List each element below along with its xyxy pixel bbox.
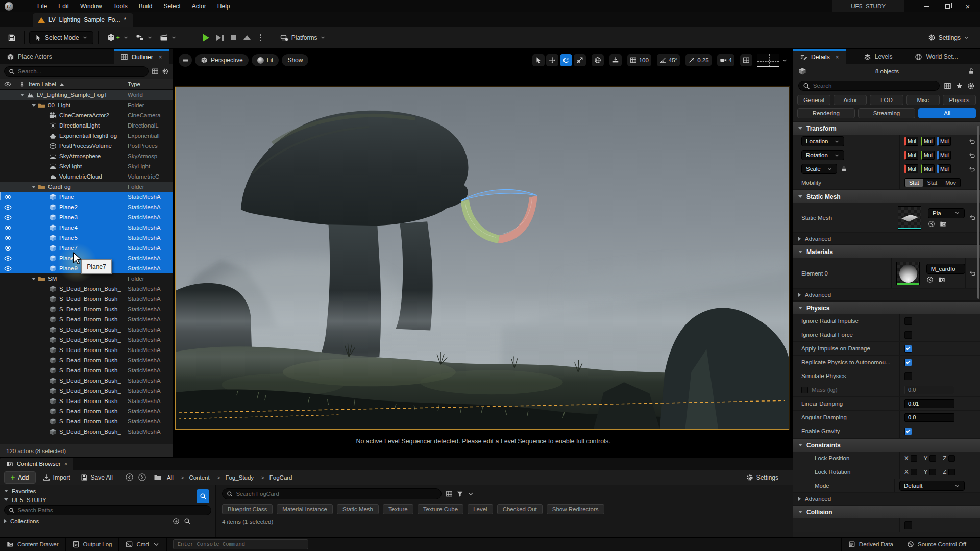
- browse-to-asset-icon[interactable]: [938, 276, 945, 283]
- tree-row[interactable]: S_Dead_Broom_Bush_ StaticMeshA: [0, 345, 173, 355]
- eject-button[interactable]: [240, 33, 254, 42]
- x-value-field[interactable]: Mul: [904, 151, 918, 160]
- forward-button[interactable]: [138, 473, 146, 482]
- reset-icon[interactable]: [969, 166, 975, 172]
- tree-row[interactable]: 00_Light Folder: [0, 100, 173, 110]
- axis-lock-checkbox[interactable]: [911, 469, 917, 475]
- asset-filter-chip[interactable]: Blueprint Class: [222, 504, 273, 514]
- tree-row[interactable]: S_Dead_Broom_Bush_ StaticMeshA: [0, 406, 173, 416]
- y-value-field[interactable]: Mul: [921, 164, 935, 173]
- material-thumbnail[interactable]: [896, 262, 920, 285]
- x-value-field[interactable]: Mul: [904, 137, 918, 146]
- blueprints-button[interactable]: [132, 31, 156, 44]
- reset-icon[interactable]: [969, 138, 975, 145]
- menu-item[interactable]: File: [32, 0, 53, 12]
- mobility-option[interactable]: Mov: [941, 179, 960, 187]
- tree-row[interactable]: S_Dead_Broom_Bush_ StaticMeshA: [0, 416, 173, 427]
- menu-item[interactable]: Tools: [108, 0, 133, 12]
- level-viewport[interactable]: Perspective Lit Show 100 45° 0.25 4: [174, 49, 793, 457]
- tree-row[interactable]: PostProcessVolume PostProces: [0, 141, 173, 151]
- content-drawer-button[interactable]: Content Drawer: [0, 538, 66, 551]
- viewport-layout-thumbnail[interactable]: [757, 54, 779, 67]
- cinematics-button[interactable]: [156, 31, 180, 44]
- world-local-toggle[interactable]: [592, 54, 604, 66]
- tree-row[interactable]: S_Dead_Broom_Bush_ StaticMeshA: [0, 314, 173, 324]
- tree-row[interactable]: S_Dead_Broom_Bush_ StaticMeshA: [0, 386, 173, 396]
- menu-item[interactable]: Select: [158, 0, 186, 12]
- close-icon[interactable]: ×: [64, 461, 68, 467]
- console-command-input[interactable]: [178, 541, 304, 547]
- asset-filter-chip[interactable]: Checked Out: [497, 504, 543, 514]
- mobility-option[interactable]: Stat: [923, 179, 942, 187]
- collections-section[interactable]: Collections: [4, 516, 211, 527]
- tree-row[interactable]: Plane5 StaticMeshA: [0, 233, 173, 243]
- chevron-down-icon[interactable]: [467, 490, 474, 497]
- search-paths[interactable]: [4, 505, 211, 515]
- checkbox[interactable]: [904, 317, 912, 325]
- perspective-dropdown[interactable]: Perspective: [195, 54, 249, 66]
- filter-chip[interactable]: General: [797, 95, 830, 105]
- tree-row[interactable]: S_Dead_Broom_Bush_ StaticMeshA: [0, 375, 173, 386]
- translate-tool-button[interactable]: [546, 54, 558, 66]
- visibility-eye-icon[interactable]: [4, 193, 12, 201]
- tab-details[interactable]: Details×: [793, 49, 846, 64]
- back-button[interactable]: [125, 473, 134, 482]
- column-type[interactable]: Type: [128, 81, 140, 87]
- menu-item[interactable]: Window: [75, 0, 108, 12]
- level-tab[interactable]: LV_Lighting_Sample_Fo... *: [33, 13, 133, 27]
- z-value-field[interactable]: Mul: [937, 164, 951, 173]
- tree-row[interactable]: Plane StaticMeshA: [0, 192, 173, 202]
- checkbox[interactable]: [904, 359, 912, 366]
- breadcrumb-item[interactable]: Fog_Study: [211, 474, 255, 481]
- show-dropdown[interactable]: Show: [282, 54, 308, 66]
- visibility-eye-icon[interactable]: [4, 244, 12, 252]
- close-icon[interactable]: ×: [836, 54, 839, 61]
- add-actor-button[interactable]: +: [103, 31, 132, 44]
- tree-row[interactable]: CineCameraActor2 CineCamera: [0, 110, 173, 120]
- quad-view-button[interactable]: [740, 54, 752, 66]
- rotate-tool-button[interactable]: [560, 54, 572, 66]
- tree-row[interactable]: Plane7 StaticMeshA: [0, 243, 173, 253]
- tab-outliner[interactable]: Outliner ×: [114, 49, 169, 64]
- save-search-icon[interactable]: [446, 490, 453, 497]
- section-physics[interactable]: Physics: [793, 301, 980, 314]
- checkbox[interactable]: [904, 428, 912, 435]
- visibility-eye-icon[interactable]: [4, 255, 12, 262]
- play-options-button[interactable]: [254, 32, 267, 44]
- section-collision[interactable]: Collision: [793, 505, 980, 518]
- x-value-field[interactable]: Mul: [904, 164, 918, 173]
- toggle-sources-search-button[interactable]: [197, 489, 209, 503]
- surface-snapping-button[interactable]: [609, 54, 622, 66]
- tree-row[interactable]: S_Dead_Broom_Bush_ StaticMeshA: [0, 294, 173, 304]
- tree-row[interactable]: S_Dead_Broom_Bush_ StaticMeshA: [0, 324, 173, 335]
- filter-chip[interactable]: All: [918, 108, 976, 118]
- value-input[interactable]: 0.0: [904, 413, 954, 422]
- filter-chip[interactable]: Streaming: [858, 108, 916, 118]
- viewport-menu-button[interactable]: [179, 54, 192, 67]
- rotation-snap-toggle[interactable]: 45°: [657, 54, 680, 66]
- menu-item[interactable]: Actor: [186, 0, 212, 12]
- reset-icon[interactable]: [969, 152, 975, 159]
- static-mesh-advanced[interactable]: Advanced: [793, 233, 980, 245]
- reset-icon[interactable]: [969, 270, 976, 277]
- z-value-field[interactable]: Mul: [937, 151, 951, 160]
- derived-data-button[interactable]: Derived Data: [841, 538, 900, 551]
- source-control-button[interactable]: Source Control Off: [900, 538, 973, 551]
- outliner-search[interactable]: [4, 66, 149, 77]
- outliner-view-options-icon[interactable]: [152, 68, 159, 75]
- breadcrumb-item[interactable]: FogCard: [255, 474, 293, 481]
- unlock-icon[interactable]: [968, 68, 975, 75]
- axis-lock-checkbox[interactable]: [929, 455, 936, 462]
- constraints-advanced[interactable]: Advanced: [793, 493, 980, 505]
- asset-filter-chip[interactable]: Level: [468, 504, 493, 514]
- tree-row[interactable]: Plane2 StaticMeshA: [0, 202, 173, 212]
- tree-row[interactable]: CardFog Folder: [0, 182, 173, 192]
- filter-chip[interactable]: Actor: [834, 95, 867, 105]
- section-transform[interactable]: Transform: [793, 121, 980, 135]
- select-tool-button[interactable]: [532, 54, 545, 66]
- tree-row[interactable]: LV_Lighting_Sample_FogT World: [0, 90, 173, 100]
- section-constraints[interactable]: Constraints: [793, 438, 980, 452]
- details-settings-gear-icon[interactable]: [967, 82, 975, 90]
- axis-lock-checkbox[interactable]: [911, 455, 917, 462]
- asset-search[interactable]: [222, 488, 442, 499]
